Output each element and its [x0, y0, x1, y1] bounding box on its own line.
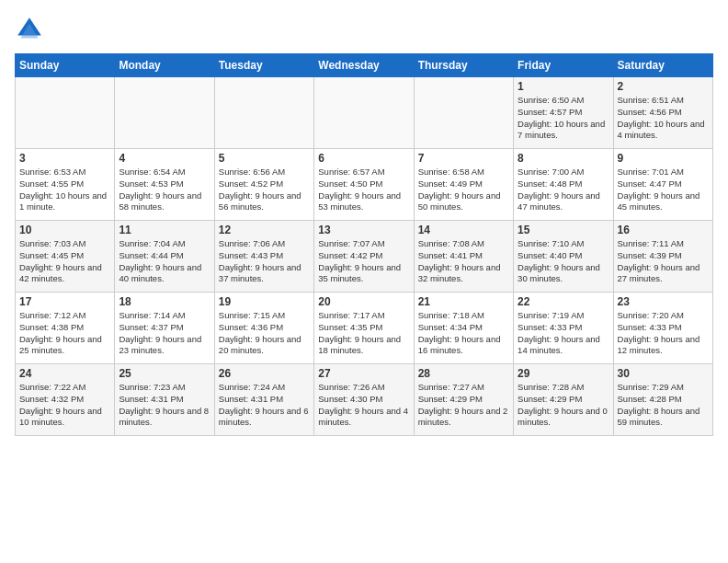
day-number: 5 [219, 152, 310, 165]
day-info: Sunrise: 7:22 AM Sunset: 4:32 PM Dayligh… [19, 382, 110, 429]
header-cell-friday: Friday [514, 54, 613, 77]
day-cell: 27Sunrise: 7:26 AM Sunset: 4:30 PM Dayli… [314, 364, 414, 436]
day-number: 20 [318, 295, 409, 308]
day-cell: 5Sunrise: 6:56 AM Sunset: 4:52 PM Daylig… [214, 149, 313, 221]
day-info: Sunrise: 7:10 AM Sunset: 4:40 PM Dayligh… [518, 238, 609, 285]
day-number: 29 [518, 367, 609, 380]
day-info: Sunrise: 6:57 AM Sunset: 4:50 PM Dayligh… [318, 167, 409, 213]
day-cell [16, 77, 115, 149]
day-cell: 13Sunrise: 7:07 AM Sunset: 4:42 PM Dayli… [314, 221, 414, 293]
day-number: 14 [418, 224, 509, 236]
day-number: 9 [618, 152, 709, 165]
day-cell: 12Sunrise: 7:06 AM Sunset: 4:43 PM Dayli… [214, 221, 313, 293]
day-info: Sunrise: 7:17 AM Sunset: 4:35 PM Dayligh… [318, 310, 409, 357]
day-cell: 11Sunrise: 7:04 AM Sunset: 4:44 PM Dayli… [115, 221, 214, 293]
day-cell: 23Sunrise: 7:20 AM Sunset: 4:33 PM Dayli… [613, 293, 712, 364]
day-info: Sunrise: 7:07 AM Sunset: 4:42 PM Dayligh… [318, 238, 409, 285]
day-number: 3 [19, 152, 110, 165]
page: SundayMondayTuesdayWednesdayThursdayFrid… [0, 0, 728, 443]
day-cell [414, 77, 513, 149]
day-number: 28 [418, 367, 509, 380]
day-cell: 28Sunrise: 7:27 AM Sunset: 4:29 PM Dayli… [414, 364, 513, 436]
week-row-1: 1Sunrise: 6:50 AM Sunset: 4:57 PM Daylig… [16, 77, 713, 149]
day-info: Sunrise: 7:28 AM Sunset: 4:29 PM Dayligh… [518, 382, 609, 429]
day-info: Sunrise: 6:50 AM Sunset: 4:57 PM Dayligh… [518, 95, 609, 142]
day-number: 25 [119, 367, 210, 380]
day-info: Sunrise: 6:58 AM Sunset: 4:49 PM Dayligh… [418, 167, 509, 213]
week-row-2: 3Sunrise: 6:53 AM Sunset: 4:55 PM Daylig… [16, 149, 713, 221]
day-cell: 18Sunrise: 7:14 AM Sunset: 4:37 PM Dayli… [115, 293, 214, 364]
day-info: Sunrise: 7:14 AM Sunset: 4:37 PM Dayligh… [119, 310, 210, 357]
day-number: 27 [318, 367, 409, 380]
day-cell: 8Sunrise: 7:00 AM Sunset: 4:48 PM Daylig… [514, 149, 613, 221]
day-cell: 26Sunrise: 7:24 AM Sunset: 4:31 PM Dayli… [214, 364, 313, 436]
day-cell: 4Sunrise: 6:54 AM Sunset: 4:53 PM Daylig… [115, 149, 214, 221]
day-cell: 29Sunrise: 7:28 AM Sunset: 4:29 PM Dayli… [514, 364, 613, 436]
logo-icon [15, 15, 44, 44]
day-info: Sunrise: 7:20 AM Sunset: 4:33 PM Dayligh… [618, 310, 709, 357]
day-cell: 10Sunrise: 7:03 AM Sunset: 4:45 PM Dayli… [16, 221, 115, 293]
day-info: Sunrise: 7:01 AM Sunset: 4:47 PM Dayligh… [618, 167, 709, 213]
day-info: Sunrise: 7:19 AM Sunset: 4:33 PM Dayligh… [518, 310, 609, 357]
day-number: 16 [618, 224, 709, 236]
day-cell [314, 77, 414, 149]
day-info: Sunrise: 7:04 AM Sunset: 4:44 PM Dayligh… [119, 238, 210, 285]
day-number: 2 [618, 80, 709, 93]
header [15, 15, 713, 44]
header-cell-saturday: Saturday [613, 54, 712, 77]
day-cell: 20Sunrise: 7:17 AM Sunset: 4:35 PM Dayli… [314, 293, 414, 364]
day-info: Sunrise: 6:54 AM Sunset: 4:53 PM Dayligh… [119, 167, 210, 213]
day-info: Sunrise: 6:51 AM Sunset: 4:56 PM Dayligh… [618, 95, 709, 142]
day-info: Sunrise: 7:24 AM Sunset: 4:31 PM Dayligh… [219, 382, 310, 429]
week-row-4: 17Sunrise: 7:12 AM Sunset: 4:38 PM Dayli… [16, 293, 713, 364]
day-number: 30 [618, 367, 709, 380]
day-number: 19 [219, 295, 310, 308]
day-number: 8 [518, 152, 609, 165]
day-info: Sunrise: 7:06 AM Sunset: 4:43 PM Dayligh… [219, 238, 310, 285]
day-cell: 25Sunrise: 7:23 AM Sunset: 4:31 PM Dayli… [115, 364, 214, 436]
day-number: 10 [19, 224, 110, 236]
day-info: Sunrise: 6:56 AM Sunset: 4:52 PM Dayligh… [219, 167, 310, 213]
header-cell-monday: Monday [115, 54, 214, 77]
day-info: Sunrise: 7:03 AM Sunset: 4:45 PM Dayligh… [19, 238, 110, 285]
day-cell: 9Sunrise: 7:01 AM Sunset: 4:47 PM Daylig… [613, 149, 712, 221]
day-cell: 19Sunrise: 7:15 AM Sunset: 4:36 PM Dayli… [214, 293, 313, 364]
day-number: 11 [119, 224, 210, 236]
day-cell: 17Sunrise: 7:12 AM Sunset: 4:38 PM Dayli… [16, 293, 115, 364]
day-info: Sunrise: 7:29 AM Sunset: 4:28 PM Dayligh… [618, 382, 709, 429]
day-cell: 21Sunrise: 7:18 AM Sunset: 4:34 PM Dayli… [414, 293, 513, 364]
day-info: Sunrise: 7:18 AM Sunset: 4:34 PM Dayligh… [418, 310, 509, 357]
day-cell: 14Sunrise: 7:08 AM Sunset: 4:41 PM Dayli… [414, 221, 513, 293]
header-row: SundayMondayTuesdayWednesdayThursdayFrid… [16, 54, 713, 77]
day-cell [214, 77, 313, 149]
header-cell-wednesday: Wednesday [314, 54, 414, 77]
day-cell: 16Sunrise: 7:11 AM Sunset: 4:39 PM Dayli… [613, 221, 712, 293]
day-cell [115, 77, 214, 149]
day-cell: 2Sunrise: 6:51 AM Sunset: 4:56 PM Daylig… [613, 77, 712, 149]
day-cell: 3Sunrise: 6:53 AM Sunset: 4:55 PM Daylig… [16, 149, 115, 221]
week-row-3: 10Sunrise: 7:03 AM Sunset: 4:45 PM Dayli… [16, 221, 713, 293]
header-cell-tuesday: Tuesday [214, 54, 313, 77]
header-cell-thursday: Thursday [414, 54, 513, 77]
day-cell: 15Sunrise: 7:10 AM Sunset: 4:40 PM Dayli… [514, 221, 613, 293]
day-cell: 30Sunrise: 7:29 AM Sunset: 4:28 PM Dayli… [613, 364, 712, 436]
day-cell: 24Sunrise: 7:22 AM Sunset: 4:32 PM Dayli… [16, 364, 115, 436]
day-cell: 6Sunrise: 6:57 AM Sunset: 4:50 PM Daylig… [314, 149, 414, 221]
day-cell: 1Sunrise: 6:50 AM Sunset: 4:57 PM Daylig… [514, 77, 613, 149]
day-cell: 22Sunrise: 7:19 AM Sunset: 4:33 PM Dayli… [514, 293, 613, 364]
day-info: Sunrise: 7:11 AM Sunset: 4:39 PM Dayligh… [618, 238, 709, 285]
day-number: 22 [518, 295, 609, 308]
day-info: Sunrise: 7:00 AM Sunset: 4:48 PM Dayligh… [518, 167, 609, 213]
day-number: 26 [219, 367, 310, 380]
week-row-5: 24Sunrise: 7:22 AM Sunset: 4:32 PM Dayli… [16, 364, 713, 436]
day-info: Sunrise: 7:15 AM Sunset: 4:36 PM Dayligh… [219, 310, 310, 357]
logo [15, 15, 48, 44]
day-info: Sunrise: 7:23 AM Sunset: 4:31 PM Dayligh… [119, 382, 210, 429]
day-info: Sunrise: 7:08 AM Sunset: 4:41 PM Dayligh… [418, 238, 509, 285]
day-info: Sunrise: 6:53 AM Sunset: 4:55 PM Dayligh… [19, 167, 110, 213]
day-info: Sunrise: 7:26 AM Sunset: 4:30 PM Dayligh… [318, 382, 409, 429]
day-number: 4 [119, 152, 210, 165]
day-number: 12 [219, 224, 310, 236]
day-number: 6 [318, 152, 409, 165]
day-number: 18 [119, 295, 210, 308]
